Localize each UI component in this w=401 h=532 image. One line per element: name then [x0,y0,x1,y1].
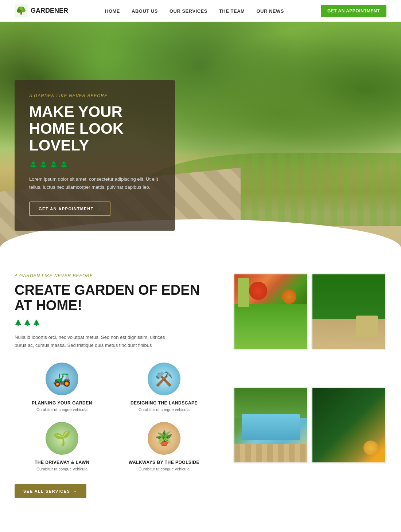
service-landscape: ⚒️ DESIGNING THE LANDSCAPE Curabitur ut … [117,363,211,412]
services-left: A Garden Like Never Before CREATE GARDEN… [15,273,211,498]
tree-icon-4: 🌲 [60,161,68,169]
arrow-icon: → [97,207,101,211]
tree-icon-2: 🌲 [39,161,47,169]
planning-icon: 🚜 [53,370,71,387]
walkway-icon: 🪴 [155,430,173,447]
see-all-services-button[interactable]: SEE ALL SERVICES → [15,484,86,498]
section-tree-2: 🌲 [24,319,31,326]
nav-item-about[interactable]: ABOUT US [132,8,158,14]
nav-item-team[interactable]: THE TEAM [219,8,245,14]
service-walkway-tagline: Curabitur ut congue vehicula [139,467,190,471]
garden-image-1 [233,273,308,350]
service-planning-name: PLANNING YOUR GARDEN [32,400,92,406]
hero-subtitle: A Garden Like Never Before [29,93,160,98]
services-grid: 🚜 PLANNING YOUR GARDEN Curabitur ut cong… [15,363,211,471]
svg-rect-4 [20,12,22,15]
service-walkway-icon-wrap: 🪴 [148,422,180,455]
nav-item-news[interactable]: OUR NEWS [256,8,284,14]
brand-name: GARDENER [31,7,68,15]
section-tree-1: 🌲 [15,319,22,326]
section2-description: Nulla id lobortis orci, nec volutpat met… [15,333,171,349]
garden-image-3 [233,387,308,463]
nav-links: HOME ABOUT US OUR SERVICES THE TEAM OUR … [105,8,284,14]
logo-icon [15,4,28,17]
driveway-icon: 🌱 [53,430,71,447]
hero-overlay: A Garden Like Never Before MAKE YOUR HOM… [15,80,175,231]
hero-description: Lorem ipsum dolor sit amet, consectetur … [29,175,160,191]
services-section: A Garden Like Never Before CREATE GARDEN… [0,248,401,520]
service-walkway-name: WALKWAYS BY THE POOLSIDE [129,460,199,465]
hero-title: MAKE YOUR HOME LOOK LOVELY [29,103,160,154]
service-driveway-icon-wrap: 🌱 [46,422,78,455]
service-landscape-icon-wrap: ⚒️ [148,363,180,395]
section-tree-3: 🌲 [33,319,40,326]
nav-item-services[interactable]: OUR SERVICES [170,8,207,14]
section2-subtitle: A Garden Like Never Before [15,273,211,278]
service-driveway-tagline: Curabitur ut congue vehicula [36,467,87,471]
garden-image-4 [311,387,386,463]
hero-section: A Garden Like Never Before MAKE YOUR HOM… [0,22,401,248]
section2-title: CREATE GARDEN OF EDEN AT HOME! [15,283,211,313]
navbar: GARDENER HOME ABOUT US OUR SERVICES THE … [0,0,401,22]
service-landscape-tagline: Curabitur ut congue vehicula [139,407,190,412]
hero-cta-button[interactable]: GET AN APPOINTMENT → [29,202,110,216]
service-planning-tagline: Curabitur ut congue vehicula [36,407,87,412]
services-arrow-icon: → [73,489,78,493]
service-planning: 🚜 PLANNING YOUR GARDEN Curabitur ut cong… [15,363,109,412]
svg-point-5 [19,7,23,10]
garden-image-2 [311,273,386,350]
service-planning-icon-wrap: 🚜 [46,363,78,395]
service-driveway: 🌱 THE DRIVEWAY & LAWN Curabitur ut congu… [15,422,109,471]
tree-icon-3: 🌲 [50,161,58,169]
service-walkway: 🪴 WALKWAYS BY THE POOLSIDE Curabitur ut … [117,422,211,471]
section2-tree-icons: 🌲 🌲 🌲 [15,319,211,326]
nav-item-home[interactable]: HOME [105,8,120,14]
tree-icon-1: 🌲 [29,161,37,169]
hero-tree-icons: 🌲 🌲 🌲 🌲 [29,161,160,169]
landscape-icon: ⚒️ [155,370,173,387]
garden-images-grid [233,273,386,498]
logo[interactable]: GARDENER [15,4,68,17]
service-landscape-name: DESIGNING THE LANDSCAPE [131,400,198,406]
nav-appointment-button[interactable]: GET AN APPOINTMENT [321,5,386,17]
service-driveway-name: THE DRIVEWAY & LAWN [35,460,89,465]
